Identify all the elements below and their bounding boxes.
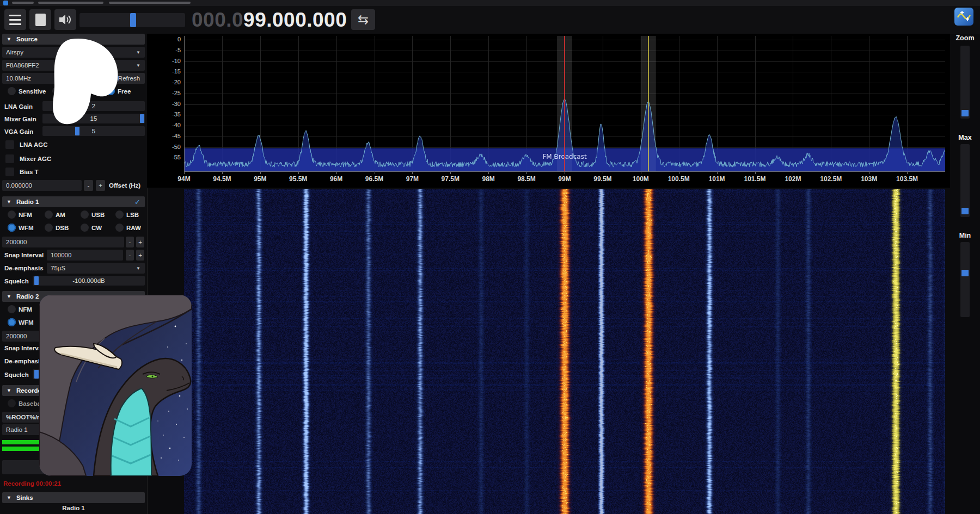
source-panel-header[interactable]: ▼ Source <box>2 34 145 45</box>
lna-agc-label: LNA AGC <box>20 141 48 148</box>
freq-tick-label: 100M <box>622 175 660 183</box>
fft-spectrum-canvas[interactable] <box>184 34 945 174</box>
radio-circle-icon <box>8 305 16 313</box>
enabled-check-icon[interactable]: ✓ <box>134 198 140 206</box>
radio1-deemphasis-dropdown[interactable]: 75µS ▼ <box>47 263 145 274</box>
spectrum-zoom-icon <box>957 10 971 23</box>
radio2-squelch-handle[interactable] <box>34 370 39 379</box>
window-title-text <box>12 2 34 4</box>
gain-mode-free[interactable] <box>107 87 115 95</box>
chevron-down-icon: ▼ <box>136 63 140 68</box>
db-tick-label: 0 <box>154 36 181 42</box>
mixer-gain-handle[interactable] <box>140 114 144 123</box>
freq-tick-label: 94M <box>165 175 203 183</box>
swap-button[interactable]: ⇆ <box>351 9 375 30</box>
bias-t-label: Bias T <box>20 169 39 175</box>
radio1-snap-plus-button[interactable]: + <box>136 250 144 261</box>
recorder-mode-baseband[interactable] <box>8 399 16 407</box>
radio1-mode-usb[interactable] <box>81 210 89 219</box>
freq-tick-label: 99.5M <box>584 175 622 183</box>
radio2-mode-nfm[interactable] <box>8 305 16 313</box>
radio-circle-icon <box>8 210 16 219</box>
display-settings-button[interactable] <box>954 8 973 26</box>
sinks-panel-header[interactable]: ▼ Sinks <box>2 492 145 503</box>
mixer-agc-label: Mixer AGC <box>20 156 51 162</box>
volume-slider-handle[interactable] <box>130 13 136 27</box>
max-slider[interactable] <box>960 144 970 217</box>
radio1-panel-header[interactable]: ▼ Radio 1 ✓ <box>2 196 145 207</box>
radio1-snap-minus-button[interactable]: - <box>126 250 134 261</box>
samplerate-dropdown[interactable]: 10.0MHz <box>2 73 111 84</box>
radio1-squelch-value: -100.000dB <box>72 277 105 284</box>
gain-mode-sensitive[interactable] <box>8 87 16 95</box>
radio1-mode-wfm[interactable] <box>8 224 16 232</box>
window-title-text <box>38 2 103 4</box>
lna-gain-handle[interactable] <box>54 102 59 110</box>
mute-button[interactable] <box>54 9 76 30</box>
radio1-bw-plus-button[interactable]: + <box>136 237 144 247</box>
menu-button[interactable] <box>4 9 26 30</box>
db-axis: 0-5-10-15-20-25-30-35-40-45-50-55 <box>151 0 181 174</box>
radio1-bw-minus-button[interactable]: - <box>126 237 134 247</box>
lna-agc-checkbox[interactable] <box>5 140 14 149</box>
radio1-squelch-handle[interactable] <box>34 276 39 285</box>
radio1-mode-cw[interactable] <box>81 224 89 232</box>
radio2-deemphasis-label: De-emphasis <box>4 358 44 364</box>
collapse-caret-icon: ▼ <box>7 388 11 393</box>
radio-circle-icon <box>8 318 16 326</box>
toolbar: 000.099.000.000 ⇆ <box>0 6 980 34</box>
mixer-gain-slider[interactable]: 15 <box>42 114 145 123</box>
vga-gain-slider[interactable]: 5 <box>42 126 145 136</box>
radio1-mode-dsb[interactable] <box>45 224 53 232</box>
source-device-value: Airspy <box>6 49 23 55</box>
frequency-display[interactable]: 000.099.000.000 <box>192 7 355 33</box>
hamburger-icon <box>9 15 21 25</box>
zoom-slider-handle[interactable] <box>961 110 969 116</box>
mixer-agc-checkbox[interactable] <box>5 154 14 163</box>
minus-icon: - <box>129 239 131 245</box>
freq-tick-label: 98M <box>469 175 507 183</box>
frequency-dim-digits: 000.0 <box>192 9 243 32</box>
radio2-mode-nfm-label: NFM <box>19 306 32 313</box>
radio-circle-icon <box>8 399 16 407</box>
radio-circle-icon <box>45 210 53 219</box>
radio2-bandwidth-value: 200000 <box>6 333 27 339</box>
radio1-mode-am[interactable] <box>45 210 53 219</box>
radio1-deemphasis-value: 75µS <box>51 265 65 271</box>
gain-mode-linear[interactable] <box>52 87 60 95</box>
source-device-dropdown[interactable]: Airspy ▼ <box>2 47 145 58</box>
radio1-squelch-slider[interactable]: -100.000dB <box>33 276 145 286</box>
radio1-bandwidth-input[interactable]: 200000 <box>2 237 124 247</box>
app-icon <box>3 1 8 5</box>
stop-button[interactable] <box>29 9 51 30</box>
radio1-snap-input[interactable]: 100000 <box>47 250 123 261</box>
radio1-mode-nfm[interactable] <box>8 210 16 219</box>
radio-circle-icon <box>8 87 16 95</box>
swap-arrows-icon: ⇆ <box>358 12 369 27</box>
db-tick-label: -20 <box>154 79 181 85</box>
max-slider-handle[interactable] <box>961 208 969 214</box>
freq-tick-label: 94.5M <box>203 175 241 183</box>
refresh-button[interactable]: Refresh <box>113 73 145 84</box>
lna-gain-slider[interactable]: 2 <box>42 101 145 111</box>
db-tick-label: -30 <box>154 101 181 107</box>
radio1-mode-raw[interactable] <box>115 224 124 232</box>
lna-gain-label: LNA Gain <box>4 103 33 110</box>
frequency-digits: 99.000.000 <box>243 9 347 32</box>
radio1-mode-lsb[interactable] <box>115 210 124 219</box>
refresh-label: Refresh <box>118 75 140 82</box>
recorder-stream-value: Radio 1 <box>6 426 28 433</box>
radio2-mode-wfm[interactable] <box>8 318 16 326</box>
vga-gain-label: VGA Gain <box>4 128 33 135</box>
vga-gain-handle[interactable] <box>75 127 79 135</box>
waterfall-canvas[interactable] <box>184 189 945 514</box>
zoom-slider[interactable] <box>960 46 970 119</box>
collapse-caret-icon: ▼ <box>7 199 11 205</box>
gain-mode-sensitive-label: Sensitive <box>19 88 46 95</box>
min-slider[interactable] <box>960 242 970 317</box>
source-panel-title: Source <box>16 36 38 42</box>
device-serial-dropdown[interactable]: F8A868FF2 ▼ <box>2 60 145 71</box>
min-slider-handle[interactable] <box>961 270 969 276</box>
freq-tick-label: 101.5M <box>736 175 774 183</box>
freq-tick-label: 96M <box>317 175 356 183</box>
